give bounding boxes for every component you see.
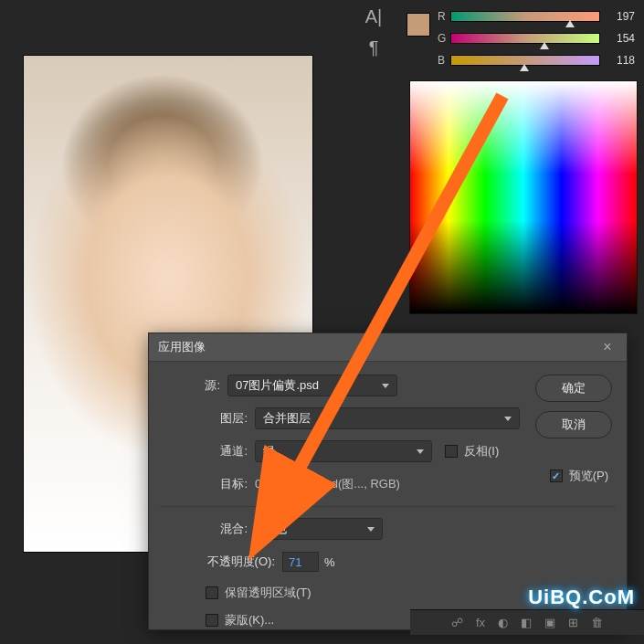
layers-footer-icon-3[interactable]: ◧ (521, 616, 532, 629)
paragraph-icon[interactable]: ¶ (361, 37, 386, 59)
mask-label: 蒙版(K)... (225, 612, 274, 628)
color-slider-b[interactable]: B118 (438, 51, 635, 69)
target-label: 目标: (200, 476, 255, 492)
channel-select[interactable]: 绿 (255, 440, 432, 462)
cancel-button[interactable]: 取消 (535, 411, 612, 438)
target-value: 07图片偏黄.psd(图..., RGB) (255, 476, 400, 492)
character-panel: A| ¶ (361, 6, 386, 59)
slider-value[interactable]: 197 (606, 10, 635, 23)
source-select[interactable]: 07图片偏黄.psd (227, 375, 397, 396)
layers-footer-icon-1[interactable]: fx (476, 616, 485, 629)
blend-select[interactable]: 滤色 (255, 518, 383, 540)
color-panel: R197G154B118 (406, 7, 635, 73)
opacity-label: 不透明度(O): (164, 554, 282, 570)
watermark: UiBQ.CoM (528, 586, 635, 609)
layers-footer-icon-4[interactable]: ▣ (544, 616, 555, 629)
preview-checkbox[interactable] (550, 470, 563, 482)
opacity-input[interactable] (282, 552, 319, 572)
dialog-title: 应用图像 (158, 339, 597, 355)
source-label: 源: (164, 377, 227, 394)
foreground-swatch[interactable] (406, 13, 430, 37)
slider-value[interactable]: 154 (606, 32, 635, 45)
color-slider-g[interactable]: G154 (438, 29, 635, 48)
character-style-icon[interactable]: A| (361, 6, 386, 28)
color-slider-r[interactable]: R197 (438, 7, 635, 26)
slider-label: R (438, 10, 450, 23)
slider-thumb-icon[interactable] (540, 42, 549, 49)
layers-footer-icon-6[interactable]: 🗑 (591, 616, 603, 629)
layers-footer: ☍fx◐◧▣⊞🗑 (410, 609, 644, 635)
preserve-transparency-checkbox[interactable] (206, 586, 218, 599)
percent-label: % (324, 555, 335, 569)
dialog-titlebar: 应用图像 × (149, 333, 627, 362)
preserve-transparency-label: 保留透明区域(T) (225, 585, 311, 601)
channel-label: 通道: (200, 443, 255, 459)
slider-label: G (438, 32, 450, 45)
ok-button[interactable]: 确定 (535, 375, 612, 402)
layers-footer-icon-0[interactable]: ☍ (451, 616, 463, 629)
slider-track[interactable] (450, 33, 600, 44)
slider-thumb-icon[interactable] (520, 64, 529, 71)
layers-footer-icon-5[interactable]: ⊞ (568, 616, 578, 629)
layers-footer-icon-2[interactable]: ◐ (498, 616, 508, 629)
slider-label: B (438, 54, 450, 67)
blend-label: 混合: (164, 521, 255, 537)
color-spectrum[interactable] (409, 80, 638, 314)
invert-checkbox[interactable] (445, 445, 458, 458)
invert-label: 反相(I) (464, 443, 499, 459)
slider-track[interactable] (450, 11, 600, 22)
layer-select[interactable]: 合并图层 (255, 407, 520, 429)
slider-track[interactable] (450, 55, 600, 66)
preview-label: 预览(P) (569, 468, 608, 484)
slider-value[interactable]: 118 (606, 54, 635, 67)
layer-label: 图层: (200, 410, 255, 427)
slider-thumb-icon[interactable] (565, 20, 575, 27)
close-icon[interactable]: × (597, 339, 618, 355)
mask-checkbox[interactable] (206, 614, 218, 627)
